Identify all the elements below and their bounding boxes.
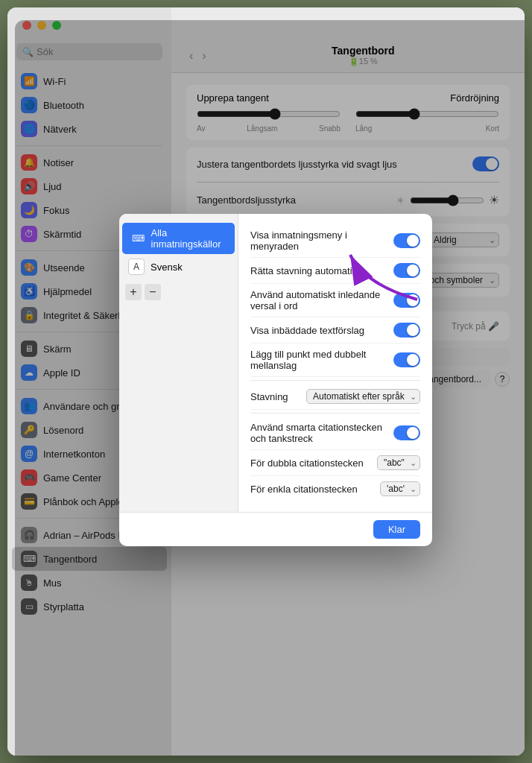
punkt-row: Lägg till punkt med dubbelt mellanslag <box>250 343 420 377</box>
settings-modal: ⌨ Alla inmatningskällor A Svensk + − <box>119 214 432 546</box>
visa-meny-row: Visa inmatningsmeny i menyraden <box>250 224 420 258</box>
modal-overlay: ⌨ Alla inmatningskällor A Svensk + − <box>15 20 525 756</box>
versal-row: Använd automatiskt inledande versal i or… <box>250 284 420 317</box>
punkt-label: Lägg till punkt med dubbelt mellanslag <box>250 349 393 371</box>
versal-label: Använd automatiskt inledande versal i or… <box>250 289 393 311</box>
modal-source-label: Alla inmatningskällor <box>151 227 226 250</box>
smarta-citat-row: Använd smarta citationstecken och tankst… <box>250 417 420 450</box>
ratta-stavning-label: Rätta stavning automatiskt <box>250 265 364 276</box>
modal-source-svensk[interactable]: A Svensk <box>119 254 238 279</box>
ratta-stavning-toggle[interactable] <box>393 263 420 278</box>
enkla-citat-select[interactable]: 'abc' <box>380 481 420 496</box>
dubbla-citat-select[interactable]: "abc" <box>377 455 420 470</box>
modal-main-content: Visa inmatningsmeny i menyraden Rätta st… <box>238 214 432 512</box>
modal-source-alla[interactable]: ⌨ Alla inmatningskällor <box>122 223 235 254</box>
klar-button[interactable]: Klar <box>373 520 420 539</box>
modal-sidebar: ⌨ Alla inmatningskällor A Svensk + − <box>119 214 238 512</box>
modal-source-label: Svensk <box>151 262 183 273</box>
visa-meny-toggle[interactable] <box>393 233 420 248</box>
visa-meny-label: Visa inmatningsmeny i menyraden <box>250 229 393 252</box>
stavning-select[interactable]: Automatiskt efter språk <box>306 389 420 404</box>
textforslag-label: Visa inbäddade textförslag <box>250 325 364 336</box>
ratta-stavning-row: Rätta stavning automatiskt <box>250 258 420 284</box>
stavning-row: Stavning Automatiskt efter språk <box>250 384 420 410</box>
smarta-citat-label: Använd smarta citationstecken och tankst… <box>250 422 393 444</box>
smarta-citat-toggle[interactable] <box>393 425 420 440</box>
punkt-toggle[interactable] <box>393 352 420 367</box>
dubbla-citat-label: För dubbla citationstecken <box>250 458 364 469</box>
stavning-select-wrapper: Automatiskt efter språk <box>306 389 420 404</box>
enkla-citat-label: För enkla citationstecken <box>250 484 358 495</box>
stavning-label: Stavning <box>250 391 288 402</box>
textforslag-toggle[interactable] <box>393 323 420 338</box>
versal-toggle[interactable] <box>393 293 420 308</box>
enkla-citat-wrapper: 'abc' <box>380 481 420 496</box>
alla-icon: ⌨ <box>131 230 145 247</box>
remove-source-button[interactable]: − <box>145 284 161 300</box>
modal-footer: Klar <box>119 512 432 546</box>
add-source-button[interactable]: + <box>125 284 142 300</box>
textforslag-row: Visa inbäddade textförslag <box>250 317 420 343</box>
enkla-citat-row: För enkla citationstecken 'abc' <box>250 476 420 501</box>
dubbla-citat-row: För dubbla citationstecken "abc" <box>250 450 420 476</box>
svensk-icon: A <box>128 259 145 275</box>
dubbla-citat-wrapper: "abc" <box>377 455 420 470</box>
